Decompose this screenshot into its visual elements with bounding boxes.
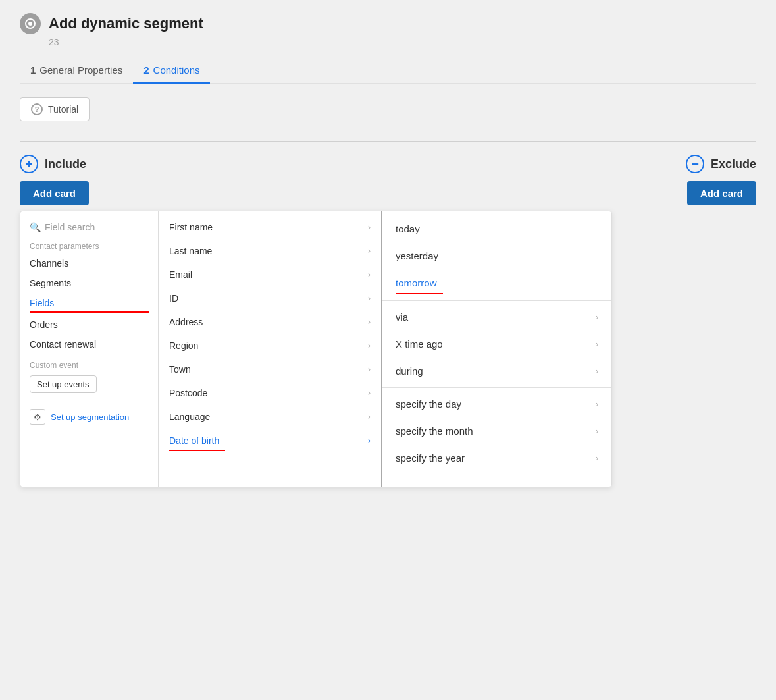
page-header: Add dynamic segment (20, 13, 756, 34)
specify-month-chevron-icon: › (596, 427, 598, 436)
section-divider (20, 141, 756, 142)
svg-point-1 (28, 22, 32, 26)
tab-general-properties[interactable]: 1 General Properties (20, 58, 133, 84)
field-postcode[interactable]: Postcode › (159, 381, 381, 405)
segment-icon (20, 13, 41, 34)
gear-icon: ⚙ (30, 409, 45, 425)
options-divider-2 (382, 387, 611, 388)
chevron-right-icon: › (368, 294, 371, 303)
tab1-label: General Properties (39, 65, 122, 76)
field-last-name[interactable]: Last name › (159, 239, 381, 263)
help-icon: ? (31, 103, 43, 115)
search-placeholder: Field search (45, 222, 95, 232)
chevron-right-icon: › (368, 270, 371, 279)
chevron-right-icon: › (368, 412, 371, 421)
field-date-of-birth[interactable]: Date of birth › (159, 429, 381, 454)
page-title: Add dynamic segment (49, 15, 203, 32)
tab-conditions[interactable]: 2 Conditions (133, 58, 210, 84)
chevron-right-icon: › (368, 389, 371, 398)
include-title: + Include (20, 155, 86, 173)
exclude-label: Exclude (711, 157, 756, 171)
setup-segmentation-link[interactable]: ⚙ Set up segmentation (20, 402, 158, 431)
include-exclude-row: + Include − Exclude (20, 155, 756, 173)
exclude-circle-btn[interactable]: − (686, 155, 704, 173)
field-town[interactable]: Town › (159, 358, 381, 381)
exclude-title: − Exclude (686, 155, 756, 173)
field-first-name[interactable]: First name › (159, 215, 381, 239)
setup-events-button[interactable]: Set up events (30, 375, 97, 393)
search-icon: 🔍 (30, 222, 41, 232)
option-yesterday[interactable]: yesterday (382, 242, 611, 269)
sidebar-item-contact-renewal[interactable]: Contact renewal (20, 335, 158, 354)
contact-params-label: Contact parameters (20, 239, 158, 254)
during-chevron-icon: › (596, 367, 598, 376)
tab2-number: 2 (143, 65, 149, 76)
field-email[interactable]: Email › (159, 263, 381, 286)
option-today[interactable]: today (382, 215, 611, 242)
tabs-bar: 1 General Properties 2 Conditions (20, 58, 756, 84)
custom-event-label: Custom event (20, 354, 158, 373)
page-subtitle: 23 (49, 37, 756, 47)
tab2-label: Conditions (153, 65, 200, 76)
sidebar-item-orders[interactable]: Orders (20, 315, 158, 335)
tab1-number: 1 (30, 65, 36, 76)
field-language[interactable]: Language › (159, 405, 381, 429)
chevron-right-icon: › (368, 436, 371, 445)
tutorial-button[interactable]: ? Tutorial (20, 97, 90, 121)
dropdown-panel: 🔍 Field search Contact parameters Channe… (20, 211, 612, 487)
chevron-right-icon: › (368, 223, 371, 232)
via-chevron-icon: › (596, 313, 598, 322)
option-via[interactable]: via › (382, 304, 611, 331)
option-tomorrow[interactable]: tomorrow (382, 269, 611, 298)
chevron-right-icon: › (368, 317, 371, 327)
specify-year-chevron-icon: › (596, 454, 598, 463)
tutorial-label: Tutorial (48, 104, 78, 115)
sidebar-item-channels[interactable]: Channels (20, 254, 158, 273)
options-divider-1 (382, 300, 611, 301)
setup-segmentation-label: Set up segmentation (51, 412, 129, 422)
tutorial-section: ? Tutorial (20, 84, 756, 134)
specify-day-chevron-icon: › (596, 400, 598, 409)
options-column: today yesterday tomorrow via › X time ag… (382, 211, 611, 487)
field-id[interactable]: ID › (159, 286, 381, 310)
sidebar-item-fields[interactable]: Fields (20, 293, 158, 315)
option-specify-month[interactable]: specify the month › (382, 417, 611, 444)
option-specify-day[interactable]: specify the day › (382, 390, 611, 417)
page-container: Add dynamic segment 23 1 General Propert… (0, 0, 776, 700)
categories-column: 🔍 Field search Contact parameters Channe… (20, 211, 159, 487)
chevron-right-icon: › (368, 365, 371, 374)
fields-column: First name › Last name › Email › ID › Ad… (159, 211, 382, 487)
chevron-right-icon: › (368, 246, 371, 256)
sidebar-item-segments[interactable]: Segments (20, 273, 158, 293)
option-specify-year[interactable]: specify the year › (382, 444, 611, 471)
include-add-circle-btn[interactable]: + (20, 155, 38, 173)
field-address[interactable]: Address › (159, 310, 381, 334)
field-region[interactable]: Region › (159, 334, 381, 358)
add-card-row: Add card Add card (20, 181, 756, 205)
chevron-right-icon: › (368, 341, 371, 350)
include-label: Include (45, 157, 86, 171)
x-time-ago-chevron-icon: › (596, 340, 598, 349)
include-add-card-button[interactable]: Add card (20, 181, 89, 205)
exclude-add-card-button[interactable]: Add card (687, 181, 756, 205)
search-row: 🔍 Field search (20, 218, 158, 239)
option-x-time-ago[interactable]: X time ago › (382, 331, 611, 358)
option-during[interactable]: during › (382, 358, 611, 385)
